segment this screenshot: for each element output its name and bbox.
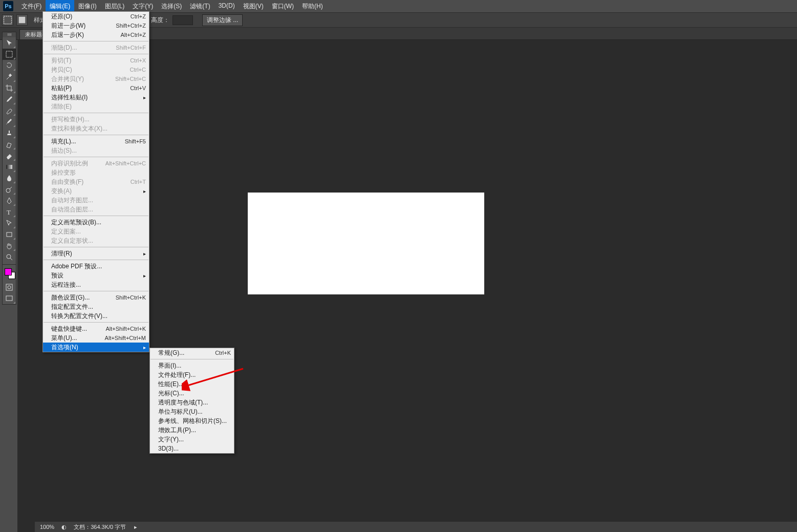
- prefs-menu-item-6[interactable]: 透明度与色域(T)...: [150, 398, 234, 407]
- prefs-menu-item-8[interactable]: 参考线、网格和切片(S)...: [150, 416, 234, 425]
- edit-menu-item-19: 内容识别比例Alt+Shift+Ctrl+C: [43, 159, 149, 168]
- doc-size-value: 文档：364.3K/0 字节: [74, 523, 126, 531]
- edit-menu-item-27: 定义图案...: [43, 227, 149, 236]
- edit-menu-item-21: 自由变换(F)Ctrl+T: [43, 177, 149, 186]
- lasso-tool[interactable]: [3, 60, 16, 71]
- quick-mask-tool[interactable]: [3, 282, 16, 293]
- edit-menu-item-16[interactable]: 填充(L)...Shift+F5: [43, 137, 149, 146]
- status-expand-icon[interactable]: ◐: [60, 523, 68, 530]
- status-arrow-icon[interactable]: ▸: [132, 523, 139, 530]
- edit-menu-item-0[interactable]: 还原(O)Ctrl+Z: [43, 12, 149, 21]
- move-tool[interactable]: [3, 37, 16, 49]
- edit-menu-item-6: 剪切(T)Ctrl+X: [43, 56, 149, 65]
- edit-menu-item-34[interactable]: 远程连接...: [43, 280, 149, 289]
- svg-rect-6: [7, 232, 12, 237]
- edit-menu-item-4: 渐隐(D)...Shift+Ctrl+F: [43, 43, 149, 52]
- svg-text:T: T: [7, 208, 11, 216]
- svg-rect-1: [19, 17, 26, 24]
- edit-menu-item-36[interactable]: 颜色设置(G)...Shift+Ctrl+K: [43, 293, 149, 302]
- svg-rect-0: [4, 16, 12, 24]
- toolbox: T: [2, 32, 16, 305]
- menu-3d[interactable]: 3D(D): [214, 0, 239, 13]
- document-canvas[interactable]: [248, 193, 484, 294]
- refine-edges-button[interactable]: 调整边缘 ...: [202, 14, 243, 26]
- crop-tool[interactable]: [3, 82, 16, 94]
- marquee-tool[interactable]: [3, 49, 16, 60]
- menu-帮助[interactable]: 帮助(H): [298, 0, 327, 13]
- menu-图层[interactable]: 图层(L): [101, 0, 129, 13]
- edit-menu-item-41[interactable]: 菜单(U)...Alt+Shift+Ctrl+M: [43, 333, 149, 343]
- edit-menu-item-40[interactable]: 键盘快捷键...Alt+Shift+Ctrl+K: [43, 324, 149, 333]
- hand-tool[interactable]: [3, 240, 16, 251]
- prefs-menu-item-0[interactable]: 常规(G)...Ctrl+K: [150, 348, 234, 357]
- screen-mode-tool[interactable]: [3, 293, 16, 304]
- edit-menu-item-37[interactable]: 指定配置文件...: [43, 302, 149, 311]
- prefs-menu-item-4[interactable]: 性能(E)...: [150, 379, 234, 389]
- menu-窗口[interactable]: 窗口(W): [268, 0, 298, 13]
- eraser-tool[interactable]: [3, 150, 16, 161]
- rectangle-tool[interactable]: [3, 229, 16, 240]
- dodge-tool[interactable]: [3, 184, 16, 195]
- zoom-value[interactable]: 100%: [40, 524, 54, 530]
- menu-文件[interactable]: 文件(F): [17, 0, 46, 13]
- prefs-menu-item-10[interactable]: 文字(Y)...: [150, 435, 234, 444]
- edit-menu-item-13: 拼写检查(H)...: [43, 115, 149, 124]
- menu-图像[interactable]: 图像(I): [74, 0, 100, 13]
- edit-menu-item-26[interactable]: 定义画笔预设(B)...: [43, 218, 149, 227]
- edit-menu-item-23: 自动对齐图层...: [43, 196, 149, 205]
- prefs-menu-item-2[interactable]: 界面(I)...: [150, 361, 234, 370]
- toolbox-handle[interactable]: [3, 32, 16, 37]
- menu-视图[interactable]: 视图(V): [239, 0, 268, 13]
- menu-滤镜[interactable]: 滤镜(T): [186, 0, 214, 13]
- edit-menu-item-8: 合并拷贝(Y)Shift+Ctrl+C: [43, 74, 149, 83]
- prefs-menu-item-3[interactable]: 文件处理(F)...: [150, 370, 234, 379]
- menu-编辑[interactable]: 编辑(E): [46, 0, 74, 13]
- edit-menu-item-28: 定义自定形状...: [43, 236, 149, 245]
- edit-menu-item-14: 查找和替换文本(X)...: [43, 124, 149, 133]
- type-tool[interactable]: T: [3, 206, 16, 218]
- svg-rect-10: [6, 296, 12, 301]
- edit-menu-item-20: 操控变形: [43, 168, 149, 177]
- selection-new-button[interactable]: [16, 14, 28, 26]
- edit-menu-item-7: 拷贝(C)Ctrl+C: [43, 65, 149, 74]
- magic-wand-tool[interactable]: [3, 71, 16, 82]
- edit-menu-item-17: 描边(S)...: [43, 146, 149, 155]
- eyedropper-tool[interactable]: [3, 94, 16, 105]
- menubar: Ps 文件(F)编辑(E)图像(I)图层(L)文字(Y)选择(S)滤镜(T)3D…: [0, 0, 797, 12]
- pen-tool[interactable]: [3, 195, 16, 206]
- edit-menu-item-38[interactable]: 转换为配置文件(V)...: [43, 311, 149, 321]
- color-swatches[interactable]: [3, 266, 16, 282]
- prefs-menu-item-5[interactable]: 光标(C)...: [150, 389, 234, 398]
- edit-menu-item-32[interactable]: Adobe PDF 预设...: [43, 262, 149, 271]
- edit-menu-dropdown: 还原(O)Ctrl+Z前进一步(W)Shift+Ctrl+Z后退一步(K)Alt…: [42, 11, 149, 352]
- app-logo: Ps: [3, 1, 13, 11]
- prefs-menu-item-9[interactable]: 增效工具(P)...: [150, 425, 234, 435]
- edit-menu-item-30[interactable]: 清理(R): [43, 249, 149, 258]
- edit-menu-item-24: 自动混合图层...: [43, 205, 149, 214]
- svg-rect-2: [6, 51, 12, 57]
- path-selection-tool[interactable]: [3, 218, 16, 229]
- history-brush-tool[interactable]: [3, 139, 16, 150]
- height-label: 高度：: [151, 16, 169, 25]
- prefs-menu-item-7[interactable]: 单位与标尺(U)...: [150, 407, 234, 416]
- tool-preset-button[interactable]: [2, 14, 13, 26]
- brush-tool[interactable]: [3, 116, 16, 127]
- healing-brush-tool[interactable]: [3, 105, 16, 116]
- menu-选择[interactable]: 选择(S): [157, 0, 186, 13]
- edit-menu-item-42[interactable]: 首选项(N): [43, 343, 149, 352]
- edit-menu-item-9[interactable]: 粘贴(P)Ctrl+V: [43, 83, 149, 93]
- zoom-tool[interactable]: [3, 251, 16, 263]
- menu-文字[interactable]: 文字(Y): [128, 0, 157, 13]
- foreground-color-swatch[interactable]: [5, 268, 12, 275]
- edit-menu-item-10[interactable]: 选择性粘贴(I): [43, 93, 149, 102]
- height-field[interactable]: [173, 15, 193, 25]
- clone-stamp-tool[interactable]: [3, 127, 16, 139]
- svg-rect-8: [6, 284, 12, 290]
- svg-point-9: [8, 286, 11, 289]
- gradient-tool[interactable]: [3, 161, 16, 173]
- prefs-menu-item-11[interactable]: 3D(3)...: [150, 444, 234, 453]
- edit-menu-item-33[interactable]: 预设: [43, 271, 149, 280]
- edit-menu-item-2[interactable]: 后退一步(K)Alt+Ctrl+Z: [43, 30, 149, 39]
- edit-menu-item-1[interactable]: 前进一步(W)Shift+Ctrl+Z: [43, 21, 149, 30]
- blur-tool[interactable]: [3, 173, 16, 184]
